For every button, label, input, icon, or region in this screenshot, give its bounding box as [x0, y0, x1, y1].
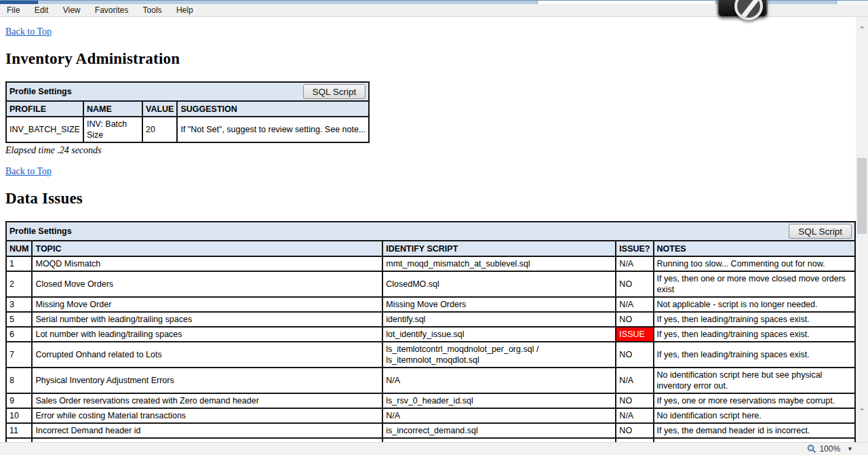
table-cell: MOQD Mismatch	[32, 256, 382, 271]
table-row: 5Serial number with leading/trailing spa…	[6, 312, 855, 327]
back-to-top-link[interactable]: Back to Top	[5, 26, 52, 37]
table-cell: ISSUE	[616, 327, 653, 342]
table-cell: 2	[6, 271, 32, 297]
table-cell: Sales Order reservations created with Ze…	[32, 393, 382, 408]
table-cell: No identification script here.	[654, 408, 855, 423]
table-cell: N/A	[382, 368, 616, 393]
table-cell: INV_BATCH_SIZE	[6, 117, 83, 142]
table-cell: identify.sql	[382, 312, 616, 327]
table-cell: Running too slow... Commenting out for n…	[654, 256, 855, 271]
table-row: 9Sales Order reservations created with Z…	[6, 393, 855, 408]
table-cell: mmt_moqd_mismatch_at_sublevel.sql	[382, 256, 616, 271]
table-cell: Error while costing Material transaction…	[32, 408, 382, 423]
table-cell: NO	[616, 312, 653, 327]
table-cell: 3	[6, 297, 32, 312]
table-cell: No identification script here but see ph…	[654, 368, 855, 393]
menu-view[interactable]: View	[57, 4, 87, 17]
zoom-level-text: 100%	[819, 444, 840, 454]
table-row: 11Incorrect Demand header idis_incorrect…	[6, 423, 855, 438]
table-cell: If yes, the demand header id is incorrec…	[654, 423, 855, 438]
back-to-top-link[interactable]: Back to Top	[5, 166, 52, 177]
vertical-scrollbar[interactable]: ⌃ ⌄	[856, 17, 868, 442]
table-cell: Corrupted Onhand related to Lots	[32, 342, 382, 368]
menu-favorites[interactable]: Favorites	[89, 4, 134, 17]
table-cell: If "Not Set", suggest to review setting.…	[177, 117, 369, 142]
column-header: PROFILE	[6, 101, 83, 117]
menu-file[interactable]: File	[0, 4, 26, 17]
table-cell: lot_identify_issue.sql	[382, 327, 616, 342]
table-cell: 6	[6, 327, 32, 342]
table-row: 10Error while costing Material transacti…	[6, 408, 855, 423]
status-bar: 100% ▼	[0, 442, 868, 455]
table-cell: NO	[616, 271, 653, 297]
table-cell: ls_rsv_0_header_id.sql	[382, 393, 616, 408]
table-cell: N/A	[616, 256, 653, 271]
magnifier-icon	[807, 444, 816, 454]
table-cell: 9	[6, 393, 32, 408]
table-cell: ClosedMO.sql	[382, 271, 616, 297]
table-cell: If yes, one or more reservations maybe c…	[654, 393, 855, 408]
table-caption-cell: Profile SettingsSQL Script	[6, 222, 855, 241]
table-row: 3Missing Move OrderMissing Move OrdersN/…	[6, 297, 855, 312]
table-cell: is_incorrect_demand.sql	[382, 423, 616, 438]
table-cell: Serial number with leading/trailing spac…	[32, 312, 382, 327]
column-header: ISSUE?	[616, 241, 653, 256]
table-cell: 20	[142, 117, 177, 142]
table-cell: 10	[6, 408, 32, 423]
menu-tools[interactable]: Tools	[137, 4, 168, 17]
table-cell: If yes, then leading/training spaces exi…	[654, 327, 855, 342]
table-cell: Missing Move Order	[32, 297, 382, 312]
table-row: 6Lot number with leading/trailing spaces…	[6, 327, 855, 342]
sql-script-button[interactable]: SQL Script	[303, 84, 366, 99]
table-cell: Missing Move Orders	[382, 297, 616, 312]
table-row: 7Corrupted Onhand related to Lotsls_item…	[6, 342, 855, 368]
table-cell: N/A	[616, 408, 653, 423]
table-cell: Closed Move Orders	[32, 271, 382, 297]
elapsed-time-text: Elapsed time .24 seconds	[5, 145, 856, 156]
section-heading-inventory-administration: Inventory Administration	[5, 50, 856, 68]
scroll-down-arrow-icon[interactable]: ⌄	[856, 402, 868, 414]
column-header: NOTES	[654, 241, 855, 256]
table-cell: NO	[616, 342, 653, 368]
table-cell: N/A	[616, 368, 653, 393]
table-cell: If yes, then one or more move closed mov…	[654, 271, 855, 297]
table-cell: Not applicable - script is no longer nee…	[654, 297, 855, 312]
column-header: TOPIC	[32, 241, 382, 256]
column-header: IDENTIFY SCRIPT	[382, 241, 616, 256]
table-cell: INV: Batch Size	[83, 117, 142, 142]
profile-settings-table: Profile SettingsSQL ScriptPROFILENAMEVAL…	[5, 81, 370, 143]
table-caption-cell: Profile SettingsSQL Script	[6, 82, 369, 101]
table-cell: NO	[616, 393, 653, 408]
table-cell: 8	[6, 368, 32, 393]
table-cell: Physical Inventory Adjustment Errors	[32, 368, 382, 393]
column-header: NAME	[83, 101, 142, 117]
table-cell: N/A	[616, 297, 653, 312]
table-row: 2Closed Move OrdersClosedMO.sqlNOIf yes,…	[6, 271, 855, 297]
table-row: 8Physical Inventory Adjustment ErrorsN/A…	[6, 368, 855, 393]
column-header: VALUE	[142, 101, 177, 117]
table-cell: If yes, then leading/training spaces exi…	[654, 342, 855, 368]
table-cell: If yes, then leading/training spaces exi…	[654, 312, 855, 327]
table-cell: Lot number with leading/trailing spaces	[32, 327, 382, 342]
table-caption-label: Profile Settings	[9, 86, 72, 97]
table-cell: 1	[6, 256, 32, 271]
table-cell: 5	[6, 312, 32, 327]
section-heading-data-issues: Data Issues	[5, 190, 856, 207]
menu-help[interactable]: Help	[170, 4, 199, 17]
menu-edit[interactable]: Edit	[28, 4, 55, 17]
page-content: Back to Top Inventory Administration Pro…	[0, 17, 856, 442]
table-cell: NO	[616, 423, 653, 438]
table-cell: ls_itemlotcontrl_moqdnolot_per_org.sql /…	[382, 342, 616, 368]
table-caption-label: Profile Settings	[9, 226, 72, 237]
scroll-up-arrow-icon[interactable]: ⌃	[856, 24, 868, 36]
table-row: 1MOQD Mismatchmmt_moqd_mismatch_at_suble…	[6, 256, 855, 271]
sql-script-button[interactable]: SQL Script	[789, 224, 852, 239]
data-issues-table: Profile SettingsSQL ScriptNUMTOPICIDENTI…	[5, 221, 856, 442]
zoom-control[interactable]: 100% ▼	[804, 443, 856, 454]
scrollbar-thumb[interactable]	[857, 158, 867, 234]
table-cell: 11	[6, 423, 32, 438]
table-cell: N/A	[382, 408, 616, 423]
column-header: NUM	[6, 241, 32, 256]
zoom-dropdown-caret-icon[interactable]: ▼	[847, 446, 853, 452]
column-header: SUGGESTION	[177, 101, 369, 117]
